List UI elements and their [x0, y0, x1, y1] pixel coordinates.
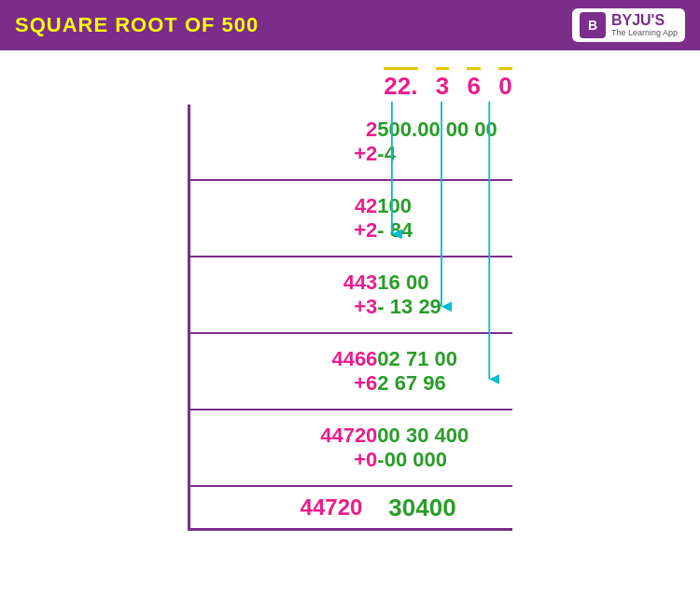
- division-row-4: 4466 +6 02 71 00 2 67 96: [190, 334, 511, 410]
- right-bot-3: - 13 29: [377, 295, 511, 319]
- quotient-6: 6: [467, 67, 480, 101]
- logo-icon: B: [580, 12, 606, 38]
- left-top-4: 4466: [331, 347, 377, 371]
- left-top-2: 42: [355, 194, 377, 218]
- quotient-row: 22. 3 6 0: [384, 67, 511, 101]
- right-top-3: 16 00: [377, 271, 511, 295]
- right-cell-final: 30400: [377, 487, 511, 528]
- byju-logo: B BYJU'S The Learning App: [572, 8, 685, 42]
- right-cell-1: 500.00 00 00 -4: [377, 104, 511, 179]
- division-row-3: 443 +3 16 00 - 13 29: [190, 257, 511, 334]
- division-table: 2 +2 500.00 00 00 -4 42 +2 100 - 84: [188, 104, 511, 531]
- right-bot-4: 2 67 96: [377, 371, 511, 396]
- left-bot-4: +6: [354, 371, 377, 396]
- right-bot-1: -4: [377, 142, 511, 166]
- quotient-22: 22.: [384, 67, 417, 101]
- right-top-4: 02 71 00: [377, 347, 511, 371]
- left-cell-2: 42 +2: [190, 181, 377, 256]
- left-cell-5: 44720 +0: [190, 410, 377, 485]
- division-row-1: 2 +2 500.00 00 00 -4: [190, 104, 511, 181]
- left-bot-2: +2: [354, 218, 377, 243]
- right-top-2: 100: [377, 194, 511, 218]
- page-title: SQUARE ROOT OF 500: [15, 13, 259, 37]
- division-row-2: 42 +2 100 - 84: [190, 181, 511, 257]
- right-bot-2: - 84: [377, 218, 511, 243]
- quotient-3: 3: [436, 67, 449, 101]
- final-left-value: 44720: [301, 494, 363, 521]
- left-cell-1: 2 +2: [190, 104, 377, 179]
- logo-tagline: The Learning App: [611, 29, 678, 38]
- left-bot-3: +3: [354, 295, 377, 319]
- left-top-3: 443: [343, 271, 378, 295]
- right-bot-5: -00 000: [377, 448, 511, 472]
- main-content: 22. 3 6 0 2 +2 500.00 00 00 -4: [0, 50, 700, 548]
- page-header: SQUARE ROOT OF 500 B BYJU'S The Learning…: [0, 0, 700, 50]
- final-right-value: 30400: [388, 494, 500, 522]
- logo-text: BYJU'S The Learning App: [611, 12, 678, 37]
- left-bot-5: +0: [354, 448, 377, 472]
- right-cell-4: 02 71 00 2 67 96: [377, 334, 511, 409]
- logo-name: BYJU'S: [611, 12, 678, 29]
- left-cell-final: 44720: [190, 487, 377, 528]
- left-top-1: 2: [366, 118, 377, 142]
- division-row-final: 44720 30400: [190, 487, 511, 528]
- quotient-0: 0: [498, 67, 511, 101]
- quotient-display: 22. 3 6 0: [384, 67, 511, 101]
- left-top-5: 44720: [320, 424, 377, 448]
- right-cell-2: 100 - 84: [377, 181, 511, 256]
- division-row-5: 44720 +0 00 30 400 -00 000: [190, 410, 511, 487]
- left-cell-3: 443 +3: [190, 257, 377, 332]
- right-top-5: 00 30 400: [377, 424, 511, 448]
- division-wrapper: 22. 3 6 0 2 +2 500.00 00 00 -4: [188, 67, 511, 531]
- right-cell-3: 16 00 - 13 29: [377, 257, 511, 332]
- right-cell-5: 00 30 400 -00 000: [377, 410, 511, 485]
- left-bot-1: +2: [354, 142, 377, 166]
- left-cell-4: 4466 +6: [190, 334, 377, 409]
- right-top-1: 500.00 00 00: [377, 118, 511, 142]
